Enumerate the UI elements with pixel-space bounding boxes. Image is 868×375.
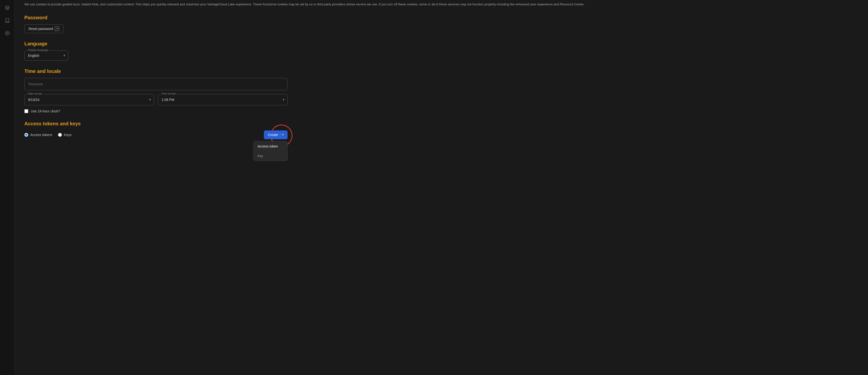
clock-24-checkbox[interactable]	[24, 109, 28, 113]
create-chevron-icon[interactable]: ▾	[280, 133, 284, 136]
sidebar	[0, 0, 14, 375]
timezone-container	[24, 78, 287, 90]
time-format-select[interactable]: 1:08 PM	[158, 94, 287, 105]
reset-password-label: Reset password	[29, 27, 53, 31]
layers-icon[interactable]	[3, 4, 11, 12]
date-format-label: Date format	[27, 92, 43, 95]
svg-point-0	[5, 31, 9, 35]
access-tokens-section: Access tokens and keys Access tokens Key…	[24, 121, 858, 139]
dropdown-item-key[interactable]: Key	[254, 151, 287, 161]
book-icon[interactable]	[3, 17, 11, 24]
create-dropdown: Access token Key	[253, 141, 287, 161]
external-link-icon: ↗	[55, 27, 59, 31]
password-title: Password	[24, 15, 858, 21]
radio-access-tokens-text: Access tokens	[30, 133, 52, 137]
radio-keys-text: Keys	[64, 133, 71, 137]
display-language-label: Display language	[27, 49, 49, 52]
access-tokens-header: Access tokens and keys	[24, 121, 858, 126]
date-time-row: Date format 9/13/24 ▼ Time format 1:08 P…	[24, 94, 287, 105]
svg-point-1	[6, 32, 8, 34]
create-button[interactable]: Create ▾	[264, 131, 287, 139]
circle-icon[interactable]	[3, 29, 11, 37]
language-section: Language Display language English ▼	[24, 41, 858, 61]
radio-keys[interactable]	[58, 133, 62, 137]
reset-password-button[interactable]: Reset password ↗	[24, 24, 63, 33]
date-format-container: Date format 9/13/24 ▼	[24, 94, 154, 105]
radio-group: Access tokens Keys	[24, 133, 71, 137]
main-content: We use cookies to provide guided tours, …	[14, 0, 868, 375]
time-format-container: Time format 1:08 PM ▼	[158, 94, 287, 105]
time-locale-title: Time and locale	[24, 68, 858, 74]
clock-24-row: Use 24-hour clock?	[24, 109, 858, 113]
display-language-container: Display language English ▼	[24, 51, 68, 61]
access-tokens-title: Access tokens and keys	[24, 121, 81, 126]
time-format-label: Time format	[160, 92, 177, 95]
radio-access-tokens[interactable]	[24, 133, 28, 137]
clock-24-label[interactable]: Use 24-hour clock?	[31, 109, 60, 113]
date-format-select[interactable]: 9/13/24	[24, 94, 154, 105]
display-language-select[interactable]: English	[24, 51, 68, 61]
password-section: Password Reset password ↗	[24, 15, 858, 33]
timezone-input[interactable]	[24, 78, 287, 90]
cookie-description: We use cookies to provide guided tours, …	[24, 0, 858, 7]
radio-access-tokens-label[interactable]: Access tokens	[24, 133, 52, 137]
dropdown-item-access-token[interactable]: Access token	[254, 141, 287, 151]
create-button-label: Create	[268, 133, 278, 137]
language-title: Language	[24, 41, 858, 47]
time-locale-section: Time and locale Date format 9/13/24 ▼ Ti…	[24, 68, 858, 113]
radio-keys-label[interactable]: Keys	[58, 133, 71, 137]
create-btn-wrapper: Create ▾ Access token Key	[264, 131, 287, 139]
